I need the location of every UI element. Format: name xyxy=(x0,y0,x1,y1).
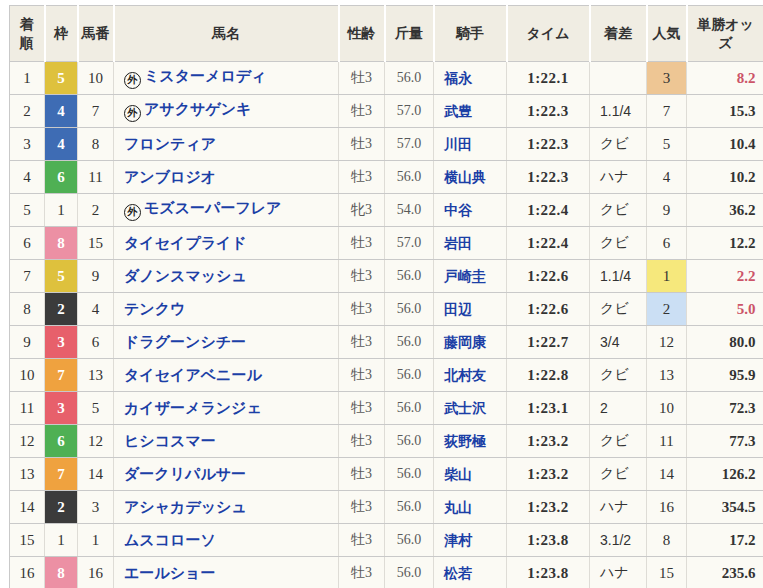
horse-name-cell: テンクウ xyxy=(114,293,339,326)
horse-name-link[interactable]: アンブロジオ xyxy=(124,168,216,185)
odds-cell: 235.6 xyxy=(687,557,763,588)
popularity-cell: 2 xyxy=(647,293,687,326)
margin-cell: クビ xyxy=(590,425,647,458)
odds-cell: 80.0 xyxy=(687,326,763,359)
rank-cell: 6 xyxy=(10,227,45,260)
horse-name-link[interactable]: アサクサゲンキ xyxy=(144,100,251,117)
margin-cell: クビ xyxy=(590,128,647,161)
jockey-cell: 丸山 xyxy=(434,491,507,524)
horse-no-cell: 10 xyxy=(78,62,114,95)
column-header-frame: 枠 xyxy=(45,6,78,62)
horse-no-cell: 8 xyxy=(78,128,114,161)
horse-no-cell: 15 xyxy=(78,227,114,260)
odds-cell: 10.2 xyxy=(687,161,763,194)
sex-age-cell: 牡3 xyxy=(339,95,385,128)
horse-name-link[interactable]: フロンティア xyxy=(124,135,216,152)
popularity-cell: 12 xyxy=(647,326,687,359)
odds-cell: 12.2 xyxy=(687,227,763,260)
horse-name-link[interactable]: アシャカデッシュ xyxy=(124,498,247,515)
jockey-cell: 松若 xyxy=(434,557,507,588)
jockey-cell: 津村 xyxy=(434,524,507,557)
column-header-jockey: 騎手 xyxy=(434,6,507,62)
jockey-link[interactable]: 戸崎圭 xyxy=(444,268,486,284)
horse-no-cell: 5 xyxy=(78,392,114,425)
horse-name-link[interactable]: ドラグーンシチー xyxy=(124,333,246,350)
horse-name-link[interactable]: カイザーメランジェ xyxy=(124,399,262,416)
odds-cell: 15.3 xyxy=(687,95,763,128)
horse-name-link[interactable]: ダークリパルサー xyxy=(124,465,246,482)
weight-cell: 57.0 xyxy=(385,128,434,161)
horse-name-link[interactable]: ヒシコスマー xyxy=(124,432,216,449)
horse-name-cell: エールショー xyxy=(114,557,339,588)
jockey-cell: 田辺 xyxy=(434,293,507,326)
horse-name-link[interactable]: ダノンスマッシュ xyxy=(124,267,247,284)
odds-cell: 5.0 xyxy=(687,293,763,326)
jockey-link[interactable]: 松若 xyxy=(444,565,472,581)
jockey-link[interactable]: 武豊 xyxy=(444,103,472,119)
frame-badge: 5 xyxy=(45,62,78,95)
horse-name-link[interactable]: エールショー xyxy=(124,564,215,581)
frame-badge: 7 xyxy=(45,458,78,491)
horse-name-cell: フロンティア xyxy=(114,128,339,161)
horse-name-link[interactable]: タイセイプライド xyxy=(124,234,247,251)
rank-cell: 13 xyxy=(10,458,45,491)
column-header-margin: 着差 xyxy=(590,6,647,62)
jockey-cell: 横山典 xyxy=(434,161,507,194)
jockey-link[interactable]: 丸山 xyxy=(444,499,472,515)
margin-cell: クビ xyxy=(590,458,647,491)
time-cell: 1:23.8 xyxy=(507,557,590,588)
horse-no-cell: 9 xyxy=(78,260,114,293)
margin-cell: 1.1/4 xyxy=(590,95,647,128)
horse-name-cell: カイザーメランジェ xyxy=(114,392,339,425)
jockey-link[interactable]: 武士沢 xyxy=(444,400,486,416)
popularity-cell: 7 xyxy=(647,95,687,128)
sex-age-cell: 牡3 xyxy=(339,359,385,392)
margin-cell: クビ xyxy=(590,359,647,392)
jockey-link[interactable]: 川田 xyxy=(444,136,472,152)
jockey-link[interactable]: 藤岡康 xyxy=(444,334,486,350)
weight-cell: 56.0 xyxy=(385,359,434,392)
jockey-link[interactable]: 田辺 xyxy=(444,301,472,317)
jockey-link[interactable]: 岩田 xyxy=(444,235,472,251)
jockey-link[interactable]: 福永 xyxy=(444,70,472,86)
weight-cell: 56.0 xyxy=(385,62,434,95)
jockey-link[interactable]: 柴山 xyxy=(444,466,472,482)
popularity-cell: 3 xyxy=(647,62,687,95)
odds-cell: 126.2 xyxy=(687,458,763,491)
outside-horse-mark-icon: 外 xyxy=(124,72,141,89)
frame-badge: 8 xyxy=(45,227,78,260)
sex-age-cell: 牡3 xyxy=(339,128,385,161)
horse-name-link[interactable]: モズスーパーフレア xyxy=(144,199,281,216)
horse-name-link[interactable]: タイセイアベニール xyxy=(124,366,262,383)
time-cell: 1:22.3 xyxy=(507,128,590,161)
weight-cell: 54.0 xyxy=(385,194,434,227)
horse-no-cell: 16 xyxy=(78,557,114,588)
jockey-link[interactable]: 津村 xyxy=(444,532,472,548)
popularity-cell: 9 xyxy=(647,194,687,227)
margin-cell: ハナ xyxy=(590,491,647,524)
frame-badge: 1 xyxy=(45,194,78,227)
rank-cell: 3 xyxy=(10,128,45,161)
column-header-sex-age: 性齢 xyxy=(339,6,385,62)
result-row: 5 1 2 外モズスーパーフレア 牝3 54.0 中谷 1:22.4 クビ 9 … xyxy=(10,194,763,227)
time-cell: 1:22.7 xyxy=(507,326,590,359)
horse-name-link[interactable]: ミスターメロディ xyxy=(144,67,266,84)
horse-name-cell: ヒシコスマー xyxy=(114,425,339,458)
jockey-link[interactable]: 荻野極 xyxy=(444,433,486,449)
horse-name-link[interactable]: ムスコローソ xyxy=(124,531,216,548)
time-cell: 1:22.1 xyxy=(507,62,590,95)
horse-name-cell: タイセイアベニール xyxy=(114,359,339,392)
weight-cell: 57.0 xyxy=(385,227,434,260)
column-header-horse-name: 馬名 xyxy=(114,6,339,62)
horse-name-cell: アシャカデッシュ xyxy=(114,491,339,524)
time-cell: 1:23.1 xyxy=(507,392,590,425)
jockey-link[interactable]: 中谷 xyxy=(444,202,472,218)
jockey-link[interactable]: 横山典 xyxy=(444,169,486,185)
horse-name-link[interactable]: テンクウ xyxy=(124,300,185,317)
frame-badge: 6 xyxy=(45,425,78,458)
odds-cell: 8.2 xyxy=(687,62,763,95)
jockey-cell: 北村友 xyxy=(434,359,507,392)
weight-cell: 56.0 xyxy=(385,524,434,557)
horse-no-cell: 13 xyxy=(78,359,114,392)
jockey-link[interactable]: 北村友 xyxy=(444,367,486,383)
